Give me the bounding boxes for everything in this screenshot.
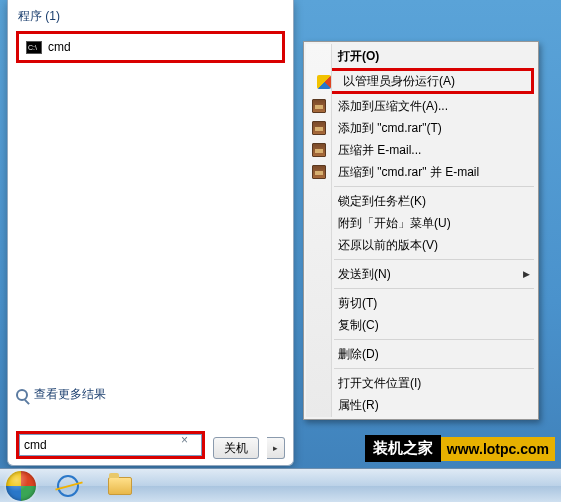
menu-separator (334, 259, 534, 260)
archive-icon (311, 142, 327, 158)
context-menu: 打开(O) 以管理员身份运行(A) 添加到压缩文件(A)... 添加到 "cmd… (303, 41, 539, 420)
clear-search-icon[interactable]: × (181, 433, 188, 447)
menu-pin-start-label: 附到「开始」菜单(U) (338, 215, 451, 232)
archive-icon (311, 98, 327, 114)
taskbar (0, 468, 561, 502)
shutdown-menu-arrow[interactable]: ▸ (267, 437, 285, 459)
menu-run-as-admin[interactable]: 以管理员身份运行(A) (311, 71, 531, 91)
menu-open-file-location[interactable]: 打开文件位置(I) (306, 372, 536, 394)
menu-separator (334, 339, 534, 340)
archive-icon (311, 120, 327, 136)
menu-restore-previous[interactable]: 还原以前的版本(V) (306, 234, 536, 256)
menu-pin-start[interactable]: 附到「开始」菜单(U) (306, 212, 536, 234)
shield-icon (316, 74, 332, 90)
menu-delete-label: 删除(D) (338, 346, 379, 363)
menu-open[interactable]: 打开(O) (306, 45, 536, 67)
start-menu-panel: 程序 (1) C:\ cmd 查看更多结果 × 关机 ▸ (7, 0, 294, 466)
menu-copy[interactable]: 复制(C) (306, 314, 536, 336)
menu-add-archive-label: 添加到压缩文件(A)... (338, 98, 448, 115)
menu-run-admin-label: 以管理员身份运行(A) (343, 73, 455, 90)
search-input[interactable] (19, 434, 202, 456)
see-more-results[interactable]: 查看更多结果 (16, 386, 106, 403)
menu-cut-label: 剪切(T) (338, 295, 377, 312)
programs-header: 程序 (1) (16, 4, 285, 31)
menu-copy-label: 复制(C) (338, 317, 379, 334)
menu-restore-prev-label: 还原以前的版本(V) (338, 237, 438, 254)
cmd-label: cmd (48, 40, 71, 54)
menu-delete[interactable]: 删除(D) (306, 343, 536, 365)
cmd-icon: C:\ (26, 41, 42, 54)
menu-send-to-label: 发送到(N) (338, 266, 391, 283)
menu-compress-email[interactable]: 压缩并 E-mail... (306, 139, 536, 161)
search-result-cmd[interactable]: C:\ cmd (21, 36, 280, 58)
start-menu-inner: 程序 (1) C:\ cmd 查看更多结果 × 关机 ▸ (8, 0, 293, 465)
search-icon (16, 389, 28, 401)
menu-open-label: 打开(O) (338, 48, 379, 65)
menu-compress-cmd-email[interactable]: 压缩到 "cmd.rar" 并 E-mail (306, 161, 536, 183)
menu-separator (334, 186, 534, 187)
archive-icon (311, 164, 327, 180)
menu-separator (334, 288, 534, 289)
menu-compress-cmd-email-label: 压缩到 "cmd.rar" 并 E-mail (338, 164, 479, 181)
highlight-run-admin: 以管理员身份运行(A) (308, 68, 534, 94)
highlight-search (16, 431, 205, 459)
menu-add-archive[interactable]: 添加到压缩文件(A)... (306, 95, 536, 117)
see-more-label: 查看更多结果 (34, 386, 106, 403)
highlight-result: C:\ cmd (16, 31, 285, 63)
search-footer: × 关机 ▸ (16, 411, 286, 459)
menu-compress-email-label: 压缩并 E-mail... (338, 142, 421, 159)
windows-orb-icon (6, 471, 36, 501)
taskbar-explorer[interactable] (96, 472, 144, 500)
shutdown-button[interactable]: 关机 (213, 437, 259, 459)
menu-cut[interactable]: 剪切(T) (306, 292, 536, 314)
watermark-url: www.lotpc.com (441, 437, 555, 461)
menu-add-cmd-rar-label: 添加到 "cmd.rar"(T) (338, 120, 442, 137)
menu-add-cmd-rar[interactable]: 添加到 "cmd.rar"(T) (306, 117, 536, 139)
folder-icon (108, 477, 132, 495)
watermark: 装机之家 www.lotpc.com (365, 435, 555, 462)
menu-separator (334, 368, 534, 369)
ie-icon (57, 475, 79, 497)
watermark-brand: 装机之家 (365, 435, 441, 462)
menu-send-to[interactable]: 发送到(N) (306, 263, 536, 285)
start-button[interactable] (2, 471, 40, 501)
menu-properties[interactable]: 属性(R) (306, 394, 536, 416)
menu-pin-taskbar-label: 锁定到任务栏(K) (338, 193, 426, 210)
taskbar-ie[interactable] (44, 472, 92, 500)
menu-open-location-label: 打开文件位置(I) (338, 375, 421, 392)
menu-pin-taskbar[interactable]: 锁定到任务栏(K) (306, 190, 536, 212)
chevron-right-icon: ▸ (273, 443, 278, 453)
menu-properties-label: 属性(R) (338, 397, 379, 414)
